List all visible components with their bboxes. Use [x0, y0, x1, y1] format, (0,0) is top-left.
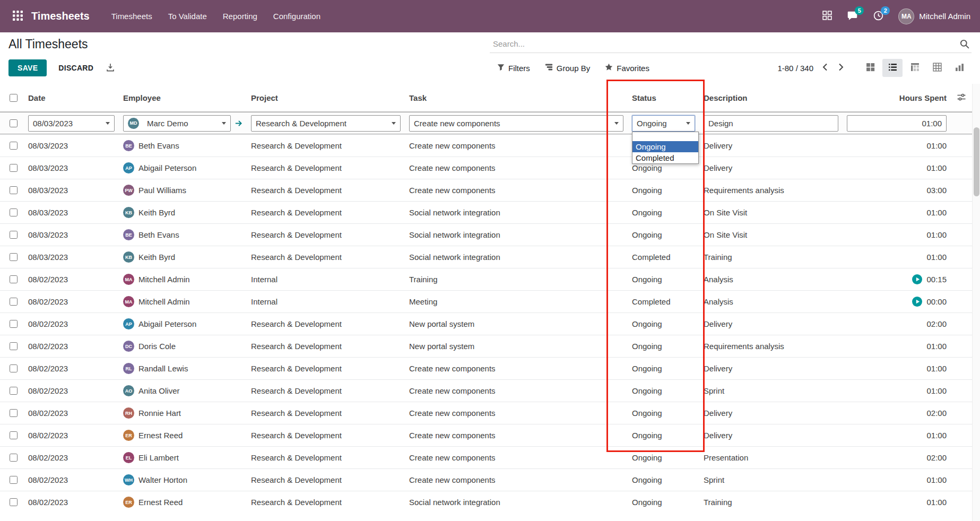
table-row[interactable]: 08/02/2023ERErnest ReedResearch & Develo… — [0, 491, 972, 513]
table-row[interactable]: 08/02/2023MAMitchell AdminInternalMeetin… — [0, 290, 972, 312]
row-checkbox[interactable] — [10, 231, 18, 239]
row-checkbox[interactable] — [10, 142, 18, 150]
cell-task: New portal system — [405, 313, 628, 335]
row-checkbox[interactable] — [10, 409, 18, 417]
cell-task: Social network integration — [405, 224, 628, 246]
cell-employee: WHWalter Horton — [119, 469, 247, 491]
employee-name: Mitchell Admin — [138, 275, 190, 284]
vertical-scrollbar[interactable] — [972, 84, 980, 521]
pager-next-button[interactable] — [836, 62, 846, 74]
discard-button[interactable]: DISCARD — [55, 63, 97, 73]
table-row[interactable]: 08/02/2023RHRonnie HartResearch & Develo… — [0, 402, 972, 424]
column-adjust-icon[interactable] — [957, 93, 966, 103]
column-header-employee[interactable]: Employee — [119, 84, 247, 111]
avatar: RL — [123, 363, 134, 374]
search-bar[interactable] — [490, 35, 972, 53]
view-grid-button[interactable] — [927, 59, 947, 77]
column-header-status[interactable]: Status — [628, 84, 699, 111]
row-checkbox[interactable] — [10, 454, 18, 462]
row-checkbox[interactable] — [10, 119, 18, 127]
view-list-button[interactable] — [882, 59, 903, 77]
save-button[interactable]: SAVE — [8, 59, 47, 76]
user-menu[interactable]: MA Mitchell Admin — [893, 8, 970, 24]
select-all-checkbox[interactable] — [10, 94, 18, 102]
row-checkbox[interactable] — [10, 186, 18, 194]
table-row[interactable]: 08/02/2023AOAnita OliverResearch & Devel… — [0, 379, 972, 402]
export-button[interactable] — [104, 61, 117, 75]
row-checkbox[interactable] — [10, 164, 18, 172]
menu-item-reporting[interactable]: Reporting — [215, 0, 265, 32]
row-select-cell — [0, 224, 24, 246]
filters-button[interactable]: Filters — [497, 64, 530, 73]
search-input[interactable] — [492, 39, 960, 49]
pager-previous-button[interactable] — [820, 62, 830, 74]
cell-description: Delivery — [699, 135, 843, 157]
cell-date: 08/02/2023 — [24, 291, 119, 312]
table-row[interactable]: 08/03/2023APAbigail PetersonResearch & D… — [0, 157, 972, 179]
favorites-button[interactable]: Favorites — [605, 63, 649, 73]
table-row[interactable]: 08/03/2023KBKeith ByrdResearch & Develop… — [0, 201, 972, 223]
table-row[interactable]: 08/02/2023APAbigail PetersonResearch & D… — [0, 312, 972, 335]
timer-play-button[interactable] — [912, 274, 922, 284]
row-checkbox[interactable] — [10, 209, 18, 216]
table-row[interactable]: 08/02/2023MAMitchell AdminInternalTraini… — [0, 268, 972, 290]
menu-item-timesheets[interactable]: Timesheets — [103, 0, 160, 32]
row-checkbox[interactable] — [10, 320, 18, 328]
column-header-description[interactable]: Description — [699, 84, 843, 111]
table-row-editing[interactable]: 08/03/2023 MD Marc Demo Research & Devel… — [0, 112, 972, 134]
messages-button[interactable]: 5 — [841, 6, 864, 27]
employee-field[interactable]: MD Marc Demo — [123, 115, 231, 132]
view-pivot-button[interactable] — [905, 59, 925, 77]
cell-employee: ELEli Lambert — [119, 447, 247, 468]
cell-hours: 01:00 — [843, 469, 951, 491]
scrollbar-thumb[interactable] — [974, 127, 979, 196]
activities-button[interactable]: 2 — [867, 6, 890, 27]
row-checkbox[interactable] — [10, 298, 18, 306]
menu-item-to-validate[interactable]: To Validate — [160, 0, 215, 32]
row-checkbox[interactable] — [10, 387, 18, 395]
row-checkbox[interactable] — [10, 431, 18, 439]
table-row[interactable]: 08/02/2023WHWalter HortonResearch & Deve… — [0, 468, 972, 491]
view-graph-button[interactable] — [949, 59, 969, 77]
row-checkbox[interactable] — [10, 498, 18, 506]
internal-link-arrow-icon[interactable] — [235, 119, 242, 127]
table-row[interactable]: 08/03/2023BEBeth EvansResearch & Develop… — [0, 134, 972, 157]
table-row[interactable]: 08/03/2023KBKeith ByrdResearch & Develop… — [0, 246, 972, 268]
date-field[interactable]: 08/03/2023 — [28, 115, 115, 132]
apps-menu-button[interactable] — [10, 7, 26, 25]
row-select-cell — [0, 424, 24, 446]
status-option-completed[interactable]: Completed — [632, 152, 698, 163]
search-icon[interactable] — [960, 39, 969, 49]
task-field[interactable]: Create new components — [409, 115, 623, 132]
menu-item-configuration[interactable]: Configuration — [265, 0, 328, 32]
view-kanban-button[interactable] — [860, 59, 880, 77]
cell-status: Ongoing — [628, 335, 699, 357]
row-checkbox[interactable] — [10, 364, 18, 372]
table-row[interactable]: 08/02/2023ERErnest ReedResearch & Develo… — [0, 424, 972, 446]
row-checkbox[interactable] — [10, 253, 18, 261]
description-field[interactable]: Design — [704, 115, 838, 132]
group-by-button[interactable]: Group By — [545, 63, 590, 73]
table-row[interactable]: 08/03/2023PWPaul WilliamsResearch & Deve… — [0, 179, 972, 201]
app-name[interactable]: Timesheets — [31, 10, 90, 22]
column-header-project[interactable]: Project — [247, 84, 405, 111]
timer-play-button[interactable] — [912, 297, 922, 307]
column-header-hours-spent[interactable]: Hours Spent — [843, 84, 951, 111]
status-option-ongoing[interactable]: Ongoing — [632, 141, 698, 152]
table-row[interactable]: 08/02/2023DCDoris ColeResearch & Develop… — [0, 335, 972, 357]
project-field[interactable]: Research & Development — [251, 115, 401, 132]
row-checkbox[interactable] — [10, 476, 18, 484]
column-header-date[interactable]: Date — [24, 84, 119, 111]
status-select[interactable]: Ongoing — [632, 115, 695, 132]
timesheet-grid-button[interactable] — [817, 6, 838, 26]
column-header-task[interactable]: Task — [405, 84, 628, 111]
table-row[interactable]: 08/02/2023ELEli LambertResearch & Develo… — [0, 446, 972, 468]
status-option-empty[interactable] — [632, 132, 698, 141]
row-select-cell — [0, 469, 24, 491]
row-checkbox[interactable] — [10, 342, 18, 350]
row-checkbox[interactable] — [10, 275, 18, 283]
hours-field[interactable]: 01:00 — [847, 115, 947, 132]
table-row[interactable]: 08/02/2023RLRandall LewisResearch & Deve… — [0, 357, 972, 379]
cell-employee: RHRonnie Hart — [119, 402, 247, 424]
table-row[interactable]: 08/03/2023BEBeth EvansResearch & Develop… — [0, 223, 972, 246]
